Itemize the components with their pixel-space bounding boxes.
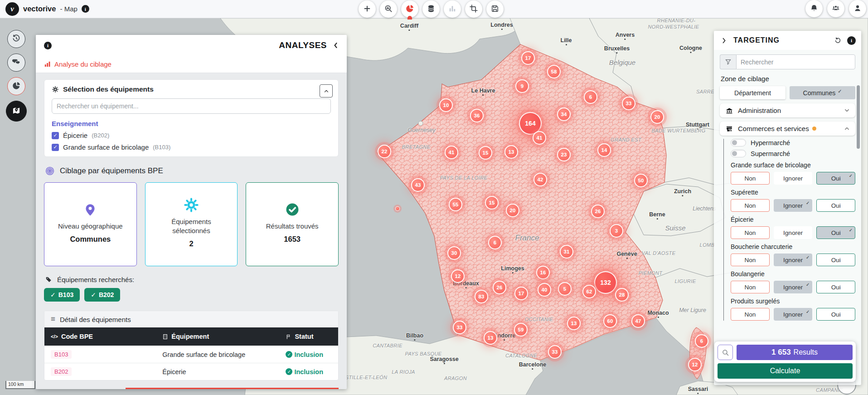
filter-non-button[interactable]: Non <box>731 281 770 293</box>
map-cluster-36[interactable]: 36 <box>470 109 484 122</box>
map-cluster-22[interactable]: 22 <box>378 145 391 158</box>
account-button[interactable] <box>849 0 866 17</box>
reset-button[interactable] <box>833 36 843 45</box>
filter-oui-button[interactable]: Oui <box>816 308 855 321</box>
vectorive-logo-icon[interactable]: v <box>5 2 19 16</box>
map-cluster-41[interactable]: 41 <box>445 146 458 159</box>
targeting-search-input[interactable] <box>736 54 855 69</box>
artboard-button[interactable] <box>465 0 482 18</box>
filter-ignorer-button[interactable]: Ignorer✓ <box>774 308 813 321</box>
calculate-button[interactable]: Calculate <box>718 363 853 379</box>
map-cluster-47[interactable]: 47 <box>631 314 645 328</box>
map-cluster-33[interactable]: 33 <box>453 321 466 334</box>
map-cluster-20[interactable]: 20 <box>650 110 664 124</box>
map-cluster-50[interactable]: 50 <box>634 174 648 187</box>
checkbox-checked-icon[interactable]: ✓ <box>52 144 59 151</box>
map-cluster-dot[interactable] <box>395 206 400 211</box>
map-cluster-30[interactable]: 30 <box>447 246 461 260</box>
chip-b103[interactable]: ✓B103 <box>44 288 80 302</box>
map-cluster-23[interactable]: 23 <box>557 148 571 161</box>
map-cluster-13[interactable]: 13 <box>484 331 497 345</box>
nav-history-button[interactable] <box>7 30 25 48</box>
map-cluster-26[interactable]: 26 <box>493 281 506 294</box>
equipment-search-input[interactable] <box>52 98 331 114</box>
map-cluster-31[interactable]: 31 <box>560 245 573 258</box>
users-group-button[interactable] <box>827 0 844 17</box>
map-cluster-6[interactable]: 6 <box>584 90 597 104</box>
filter-non-button[interactable]: Non <box>731 172 770 185</box>
map-cluster-58[interactable]: 58 <box>547 65 561 78</box>
filter-non-button[interactable]: Non <box>731 308 770 321</box>
nav-map-button[interactable] <box>6 101 27 122</box>
map-cluster-60[interactable]: 60 <box>603 314 617 328</box>
zoom-to-results-button[interactable] <box>718 345 733 360</box>
targeting-info-icon[interactable]: i <box>847 36 856 45</box>
chip-b202[interactable]: ✓B202 <box>84 288 120 302</box>
filter-oui-button[interactable]: Oui✓ <box>816 226 855 239</box>
map-cluster-5[interactable]: 5 <box>558 282 572 296</box>
zone-button-département[interactable]: Département <box>720 86 786 99</box>
map-cluster-132[interactable]: 132 <box>594 271 617 294</box>
toggle-switch-off[interactable] <box>731 150 746 157</box>
map-cluster-6[interactable]: 6 <box>488 236 502 249</box>
map-cluster-6[interactable]: 6 <box>695 334 708 348</box>
tab-analyse-du-ciblage[interactable]: Analyse du ciblage <box>54 60 112 68</box>
map-cluster-33[interactable]: 33 <box>622 97 635 110</box>
table-row[interactable]: B202Épicerie✓Inclusion <box>44 363 338 380</box>
map-cluster-17[interactable]: 17 <box>521 51 535 65</box>
filter-non-button[interactable]: Non <box>731 254 770 266</box>
map-cluster-42[interactable]: 42 <box>533 173 547 186</box>
pie-chart-button[interactable] <box>401 0 418 18</box>
accordion-administration[interactable]: Administration <box>720 103 855 117</box>
filter-oui-button[interactable]: Oui✓ <box>816 172 855 185</box>
filter-non-button[interactable]: Non <box>731 199 770 212</box>
filter-oui-button[interactable]: Oui <box>816 254 855 266</box>
bar-chart-button[interactable] <box>444 0 461 18</box>
map-cluster-12[interactable]: 12 <box>688 358 702 371</box>
page-info-icon[interactable]: i <box>82 5 89 13</box>
zone-button-communes[interactable]: Communes✓ <box>790 86 855 99</box>
filter-ignorer-button[interactable]: Ignorer✓ <box>774 281 813 293</box>
equipment-checkbox-row[interactable]: ✓Épicerie(B202) <box>52 132 331 139</box>
map-cluster-62[interactable]: 62 <box>582 285 596 298</box>
map-cluster-3[interactable]: 3 <box>610 224 623 238</box>
toggle-switch-off[interactable] <box>731 139 746 146</box>
map-cluster-9[interactable]: 9 <box>515 79 529 93</box>
analyses-collapse-button[interactable] <box>331 41 340 50</box>
checkbox-checked-icon[interactable]: ✓ <box>52 132 59 139</box>
map-cluster-13[interactable]: 13 <box>504 145 518 159</box>
nav-chat-button[interactable] <box>7 54 25 72</box>
filter-oui-button[interactable]: Oui <box>816 281 855 293</box>
map-cluster-34[interactable]: 34 <box>557 107 571 121</box>
card-collapse-button[interactable] <box>320 84 333 98</box>
notifications-bell-button[interactable] <box>805 0 823 17</box>
table-row[interactable]: B103Grande surface de bricolage✓Inclusio… <box>44 346 338 363</box>
map-cluster-16[interactable]: 16 <box>536 266 550 279</box>
nav-pie-chart-button[interactable] <box>7 77 25 95</box>
targeting-scrollbar[interactable] <box>857 85 860 149</box>
map-cluster-20[interactable]: 20 <box>506 204 519 217</box>
filter-ignorer-button[interactable]: Ignorer <box>774 226 813 239</box>
equipment-checkbox-row[interactable]: ✓Grande surface de bricolage(B103) <box>52 143 331 151</box>
toggle-row-supermarché[interactable]: Supermarché <box>731 150 855 157</box>
map-cluster-41[interactable]: 41 <box>533 131 546 145</box>
filter-ignorer-button[interactable]: Ignorer <box>774 172 813 185</box>
map-cluster-15[interactable]: 15 <box>485 196 499 210</box>
map-cluster-43[interactable]: 43 <box>411 178 425 192</box>
map-cluster-28[interactable]: 28 <box>615 288 629 302</box>
save-button[interactable] <box>486 0 504 18</box>
toggle-row-hypermarché[interactable]: Hypermarché <box>731 139 855 146</box>
analyses-info-icon[interactable]: i <box>44 42 52 49</box>
map-cluster-59[interactable]: 59 <box>514 323 528 336</box>
map-cluster-17[interactable]: 17 <box>514 287 528 300</box>
filter-oui-button[interactable]: Oui <box>816 199 855 212</box>
map-cluster-26[interactable]: 26 <box>591 205 605 218</box>
filter-non-button[interactable]: Non <box>731 226 770 239</box>
map-cluster-40[interactable]: 40 <box>538 283 551 297</box>
map-cluster-14[interactable]: 14 <box>597 143 611 157</box>
map-cluster-15[interactable]: 15 <box>479 146 492 160</box>
map-cluster-10[interactable]: 10 <box>439 98 453 112</box>
targeting-collapse-button[interactable] <box>719 36 729 45</box>
map-cluster-12[interactable]: 12 <box>451 269 465 283</box>
map-cluster-33[interactable]: 33 <box>548 345 562 359</box>
